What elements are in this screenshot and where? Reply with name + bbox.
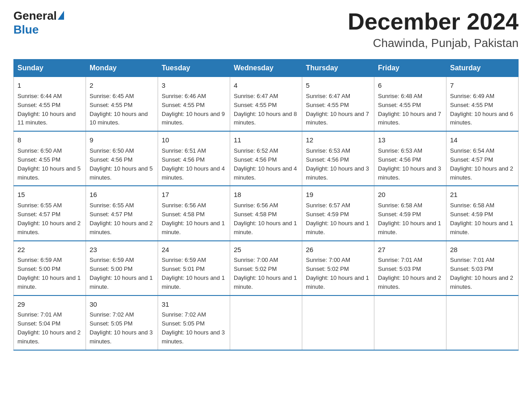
day-info: Sunrise: 6:53 AMSunset: 4:56 PMDaylight:… (306, 147, 369, 181)
day-cell (230, 295, 302, 350)
header-cell-saturday: Saturday (446, 60, 519, 77)
day-cell (446, 295, 519, 350)
day-number: 19 (306, 190, 370, 200)
page-header: General Blue December 2024 Chawinda, Pun… (13, 9, 519, 50)
day-info: Sunrise: 6:46 AMSunset: 4:55 PMDaylight:… (162, 93, 225, 126)
day-cell: 30Sunrise: 7:02 AMSunset: 5:05 PMDayligh… (86, 295, 158, 350)
day-cell: 24Sunrise: 6:59 AMSunset: 5:01 PMDayligh… (158, 241, 230, 295)
month-title: December 2024 (348, 9, 519, 34)
day-info: Sunrise: 6:53 AMSunset: 4:56 PMDaylight:… (378, 147, 441, 181)
day-cell: 28Sunrise: 7:01 AMSunset: 5:03 PMDayligh… (446, 241, 519, 295)
day-info: Sunrise: 6:54 AMSunset: 4:57 PMDaylight:… (450, 147, 513, 181)
header-cell-tuesday: Tuesday (158, 60, 230, 77)
day-info: Sunrise: 6:58 AMSunset: 4:59 PMDaylight:… (450, 202, 513, 235)
header-cell-wednesday: Wednesday (230, 60, 302, 77)
day-number: 21 (450, 190, 515, 200)
calendar-body: 1Sunrise: 6:44 AMSunset: 4:55 PMDaylight… (14, 77, 519, 350)
day-number: 8 (17, 135, 82, 145)
day-cell: 12Sunrise: 6:53 AMSunset: 4:56 PMDayligh… (302, 131, 374, 186)
logo-triangle-icon (58, 11, 64, 20)
location-title: Chawinda, Punjab, Pakistan (348, 36, 519, 50)
day-number: 11 (234, 135, 298, 145)
day-number: 14 (450, 135, 515, 145)
day-info: Sunrise: 6:48 AMSunset: 4:55 PMDaylight:… (378, 93, 441, 126)
day-cell: 20Sunrise: 6:58 AMSunset: 4:59 PMDayligh… (374, 186, 446, 240)
day-info: Sunrise: 6:56 AMSunset: 4:58 PMDaylight:… (162, 202, 225, 235)
day-cell: 18Sunrise: 6:56 AMSunset: 4:58 PMDayligh… (230, 186, 302, 240)
day-info: Sunrise: 7:00 AMSunset: 5:02 PMDaylight:… (306, 257, 369, 290)
day-cell: 5Sunrise: 6:47 AMSunset: 4:55 PMDaylight… (302, 77, 374, 132)
day-number: 12 (306, 135, 370, 145)
header-row: SundayMondayTuesdayWednesdayThursdayFrid… (14, 60, 519, 77)
logo-blue-text: Blue (13, 23, 64, 37)
day-info: Sunrise: 6:51 AMSunset: 4:56 PMDaylight:… (162, 147, 225, 181)
day-cell: 21Sunrise: 6:58 AMSunset: 4:59 PMDayligh… (446, 186, 519, 240)
day-info: Sunrise: 6:49 AMSunset: 4:55 PMDaylight:… (450, 93, 513, 126)
day-cell: 4Sunrise: 6:47 AMSunset: 4:55 PMDaylight… (230, 77, 302, 132)
day-cell: 23Sunrise: 6:59 AMSunset: 5:00 PMDayligh… (86, 241, 158, 295)
header-cell-thursday: Thursday (302, 60, 374, 77)
day-info: Sunrise: 6:59 AMSunset: 5:01 PMDaylight:… (162, 257, 225, 290)
day-number: 30 (90, 300, 154, 309)
day-number: 23 (90, 245, 154, 255)
week-row: 8Sunrise: 6:50 AMSunset: 4:55 PMDaylight… (14, 131, 519, 186)
day-number: 31 (162, 300, 226, 309)
day-number: 3 (162, 81, 226, 90)
day-info: Sunrise: 6:44 AMSunset: 4:55 PMDaylight:… (17, 93, 76, 126)
day-info: Sunrise: 7:00 AMSunset: 5:02 PMDaylight:… (234, 257, 297, 290)
day-cell: 26Sunrise: 7:00 AMSunset: 5:02 PMDayligh… (302, 241, 374, 295)
week-row: 15Sunrise: 6:55 AMSunset: 4:57 PMDayligh… (14, 186, 519, 240)
header-cell-friday: Friday (374, 60, 446, 77)
calendar-header: SundayMondayTuesdayWednesdayThursdayFrid… (14, 60, 519, 77)
logo: General Blue (13, 9, 64, 37)
day-info: Sunrise: 6:47 AMSunset: 4:55 PMDaylight:… (234, 93, 297, 126)
day-cell: 9Sunrise: 6:50 AMSunset: 4:56 PMDaylight… (86, 131, 158, 186)
day-info: Sunrise: 7:02 AMSunset: 5:05 PMDaylight:… (90, 311, 153, 345)
day-info: Sunrise: 7:02 AMSunset: 5:05 PMDaylight:… (162, 311, 225, 345)
day-cell: 13Sunrise: 6:53 AMSunset: 4:56 PMDayligh… (374, 131, 446, 186)
day-number: 7 (450, 81, 515, 90)
day-info: Sunrise: 6:57 AMSunset: 4:59 PMDaylight:… (306, 202, 369, 235)
day-number: 5 (306, 81, 370, 90)
day-cell: 14Sunrise: 6:54 AMSunset: 4:57 PMDayligh… (446, 131, 519, 186)
day-number: 1 (17, 81, 82, 90)
day-info: Sunrise: 6:55 AMSunset: 4:57 PMDaylight:… (90, 202, 153, 235)
day-info: Sunrise: 6:50 AMSunset: 4:56 PMDaylight:… (90, 147, 153, 181)
day-info: Sunrise: 6:56 AMSunset: 4:58 PMDaylight:… (234, 202, 297, 235)
day-cell: 25Sunrise: 7:00 AMSunset: 5:02 PMDayligh… (230, 241, 302, 295)
day-info: Sunrise: 6:59 AMSunset: 5:00 PMDaylight:… (17, 257, 81, 290)
day-info: Sunrise: 6:52 AMSunset: 4:56 PMDaylight:… (234, 147, 297, 181)
day-number: 16 (90, 190, 154, 200)
day-cell: 2Sunrise: 6:45 AMSunset: 4:55 PMDaylight… (86, 77, 158, 132)
day-cell: 31Sunrise: 7:02 AMSunset: 5:05 PMDayligh… (158, 295, 230, 350)
day-number: 28 (450, 245, 515, 255)
day-number: 18 (234, 190, 298, 200)
header-cell-sunday: Sunday (14, 60, 86, 77)
day-info: Sunrise: 6:45 AMSunset: 4:55 PMDaylight:… (90, 93, 148, 126)
day-number: 15 (17, 190, 82, 200)
day-number: 4 (234, 81, 298, 90)
day-cell: 29Sunrise: 7:01 AMSunset: 5:04 PMDayligh… (14, 295, 86, 350)
header-cell-monday: Monday (86, 60, 158, 77)
day-info: Sunrise: 6:47 AMSunset: 4:55 PMDaylight:… (306, 93, 369, 126)
day-info: Sunrise: 7:01 AMSunset: 5:03 PMDaylight:… (450, 257, 513, 290)
day-cell: 17Sunrise: 6:56 AMSunset: 4:58 PMDayligh… (158, 186, 230, 240)
day-cell: 16Sunrise: 6:55 AMSunset: 4:57 PMDayligh… (86, 186, 158, 240)
day-cell: 7Sunrise: 6:49 AMSunset: 4:55 PMDaylight… (446, 77, 519, 132)
day-number: 27 (378, 245, 442, 255)
week-row: 1Sunrise: 6:44 AMSunset: 4:55 PMDaylight… (14, 77, 519, 132)
week-row: 22Sunrise: 6:59 AMSunset: 5:00 PMDayligh… (14, 241, 519, 295)
day-number: 9 (90, 135, 154, 145)
day-number: 26 (306, 245, 370, 255)
day-cell (374, 295, 446, 350)
day-info: Sunrise: 7:01 AMSunset: 5:03 PMDaylight:… (378, 257, 441, 290)
day-number: 17 (162, 190, 226, 200)
day-number: 6 (378, 81, 442, 90)
day-cell: 22Sunrise: 6:59 AMSunset: 5:00 PMDayligh… (14, 241, 86, 295)
week-row: 29Sunrise: 7:01 AMSunset: 5:04 PMDayligh… (14, 295, 519, 350)
day-cell: 19Sunrise: 6:57 AMSunset: 4:59 PMDayligh… (302, 186, 374, 240)
day-info: Sunrise: 6:50 AMSunset: 4:55 PMDaylight:… (17, 147, 81, 181)
day-cell: 8Sunrise: 6:50 AMSunset: 4:55 PMDaylight… (14, 131, 86, 186)
day-number: 10 (162, 135, 226, 145)
day-number: 29 (17, 300, 82, 309)
